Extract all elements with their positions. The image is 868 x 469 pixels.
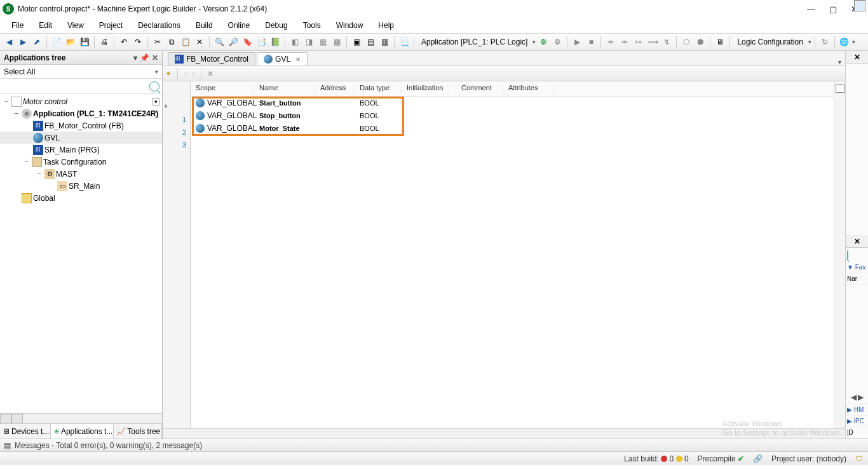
status-connection-icon[interactable]: 🔗 <box>753 454 763 463</box>
header-address[interactable]: Address <box>315 81 355 96</box>
bookmark3-icon[interactable]: 📗 <box>269 36 281 48</box>
right-search-icon[interactable] <box>847 250 848 260</box>
tree-global[interactable]: Global <box>0 192 162 204</box>
delete-icon[interactable]: ✕ <box>193 36 206 48</box>
tree-gvl[interactable]: GVL <box>0 132 162 144</box>
bp3-icon[interactable]: ▦ <box>316 36 329 48</box>
box3-icon[interactable]: ▥ <box>378 36 391 48</box>
move-down-icon[interactable]: ↓ <box>191 69 195 78</box>
row1-name[interactable]: Start_button <box>254 99 315 107</box>
right-d[interactable]: |D <box>846 427 868 438</box>
bp4-icon[interactable]: ▩ <box>330 36 343 48</box>
hex2-icon[interactable]: ⬢ <box>694 36 707 48</box>
stop-icon[interactable]: ■ <box>585 36 597 48</box>
row1-datatype[interactable]: BOOL <box>355 99 402 107</box>
tree-search-input[interactable] <box>3 83 149 90</box>
screen-icon[interactable]: 🖥 <box>714 36 726 48</box>
login-icon[interactable]: ⚙ <box>537 36 550 48</box>
row3-datatype[interactable]: BOOL <box>355 125 402 132</box>
right-hm[interactable]: ▶ HM <box>846 404 868 416</box>
box2-icon[interactable]: ▤ <box>364 36 377 48</box>
row2-name[interactable]: Stop_button <box>254 112 315 119</box>
menu-declarations[interactable]: Declarations <box>132 20 187 31</box>
box1-icon[interactable]: ▣ <box>350 36 363 48</box>
right-favorites[interactable]: ▼ Fav <box>846 262 868 273</box>
open-icon[interactable]: 📂 <box>64 36 77 48</box>
header-scope[interactable]: Scope <box>191 81 254 96</box>
delete-var-icon[interactable]: ✕ <box>207 69 214 78</box>
refresh-icon[interactable]: ↻ <box>818 36 831 48</box>
header-datatype[interactable]: Data type <box>355 81 402 96</box>
bp-icon[interactable]: ◧ <box>288 36 301 48</box>
menu-project[interactable]: Project <box>93 20 129 31</box>
copy-icon[interactable]: ⧉ <box>165 36 178 48</box>
globe-green-icon[interactable]: 🌐 <box>838 36 851 48</box>
tab-close-icon[interactable]: ✕ <box>295 56 301 63</box>
bookmark2-icon[interactable]: 📑 <box>255 36 268 48</box>
tree-sr-main-task[interactable]: ▭ SR_Main <box>0 180 162 192</box>
step5-icon[interactable]: ↯ <box>660 36 673 48</box>
undo-icon[interactable]: ↶ <box>118 36 130 48</box>
step4-icon[interactable]: ⟿ <box>646 36 659 48</box>
step1-icon[interactable]: ⤃ <box>604 36 617 48</box>
menu-window[interactable]: Window <box>330 20 370 31</box>
nav-up-icon[interactable]: ⬈ <box>31 36 43 48</box>
table-view-icon[interactable] <box>836 84 844 93</box>
logic-config-label[interactable]: Logic Configuration <box>733 37 806 46</box>
tab-applications-tree[interactable]: ✳ Applications t... <box>51 424 114 438</box>
status-shield-icon[interactable]: 🛡 <box>855 454 863 463</box>
editor-horizontal-scrollbar[interactable] <box>163 428 845 438</box>
header-attributes[interactable]: Attributes <box>503 81 554 96</box>
menu-edit[interactable]: Edit <box>32 20 58 31</box>
menu-view[interactable]: View <box>61 20 90 31</box>
right-ipc[interactable]: ▶ iPC <box>846 416 868 427</box>
run-icon[interactable]: ▶ <box>571 36 583 48</box>
bp2-icon[interactable]: ◨ <box>302 36 315 48</box>
menu-help[interactable]: Help <box>372 20 400 31</box>
menu-file[interactable]: File <box>5 20 30 31</box>
maximize-button[interactable]: ▢ <box>829 4 837 14</box>
find-icon[interactable]: 🔍 <box>213 36 226 48</box>
tab-fb-motor-control[interactable]: 田 FB_Motor_Control <box>168 52 255 65</box>
add-var-icon[interactable]: ✦ <box>165 69 172 78</box>
menu-build[interactable]: Build <box>189 20 219 31</box>
right-nar[interactable]: Nar <box>846 273 868 285</box>
tree-horizontal-scrollbar[interactable] <box>0 413 162 423</box>
right-close-icon[interactable]: ✕ <box>846 51 868 64</box>
app-context[interactable]: Application [PLC_1: PLC Logic] <box>417 37 531 46</box>
cut-icon[interactable]: ✂ <box>151 36 164 48</box>
step3-icon[interactable]: ⤅ <box>632 36 645 48</box>
logout-icon[interactable]: ⚙ <box>551 36 564 48</box>
tree-application[interactable]: − Application (PLC_1: TM241CE24R) <box>0 107 162 119</box>
hex-icon[interactable]: ⬡ <box>680 36 693 48</box>
tab-tools-tree[interactable]: 📈 Tools tree <box>114 424 162 438</box>
minimize-button[interactable]: — <box>807 4 815 14</box>
search-icon[interactable] <box>149 81 159 92</box>
print-icon[interactable]: 🖨 <box>98 36 111 48</box>
bookmark-icon[interactable]: 🔖 <box>241 36 254 48</box>
find-next-icon[interactable]: 🔎 <box>227 36 240 48</box>
tree-sr-main[interactable]: 田 SR_Main (PRG) <box>0 144 162 156</box>
nav-back-icon[interactable]: ◀ <box>3 36 15 48</box>
tree-mast[interactable]: −⚙ MAST <box>0 168 162 180</box>
tabs-dropdown-icon[interactable]: ▾ <box>834 58 845 65</box>
row2-datatype[interactable]: BOOL <box>355 112 402 119</box>
tree-root[interactable]: − Motor control ▾ <box>0 95 162 107</box>
tree-task-config[interactable]: − Task Configuration <box>0 156 162 168</box>
doc-icon[interactable]: 📃 <box>398 36 410 48</box>
messages-bar[interactable]: ▤ Messages - Total 0 error(s), 0 warning… <box>0 438 868 451</box>
new-icon[interactable]: 📄 <box>50 36 63 48</box>
redo-icon[interactable]: ↷ <box>132 36 144 48</box>
tree-fb-motor-control[interactable]: 田 FB_Motor_Control (FB) <box>0 119 162 132</box>
row3-name[interactable]: Motor_State <box>254 125 315 132</box>
table-row[interactable]: VAR_GLOBAL Motor_State BOOL <box>191 122 834 135</box>
header-name[interactable]: Name <box>254 81 315 96</box>
header-comment[interactable]: Comment <box>456 81 503 96</box>
menu-online[interactable]: Online <box>222 20 257 31</box>
tree-menu-icon[interactable]: ▾ <box>153 98 159 105</box>
paste-icon[interactable]: 📋 <box>179 36 192 48</box>
step2-icon[interactable]: ⤄ <box>618 36 631 48</box>
menu-debug[interactable]: Debug <box>259 20 294 31</box>
move-up-icon[interactable]: ↑ <box>184 69 187 78</box>
right-close2-icon[interactable]: ✕ <box>846 235 868 248</box>
